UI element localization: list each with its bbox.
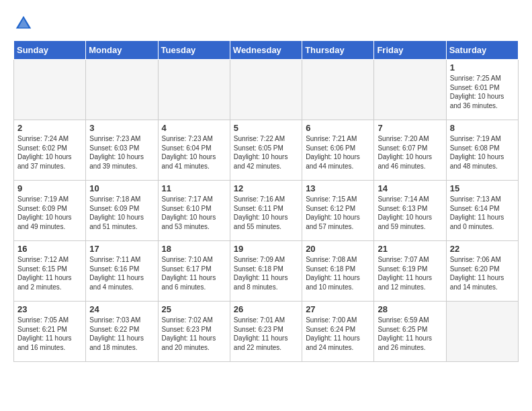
day-number: 12 (234, 183, 298, 193)
day-info: Sunrise: 7:09 AM Sunset: 6:18 PM Dayligh… (234, 255, 298, 291)
day-info: Sunrise: 7:23 AM Sunset: 6:04 PM Dayligh… (162, 134, 226, 171)
day-number: 25 (162, 304, 226, 314)
day-number: 4 (162, 123, 226, 133)
day-number: 15 (450, 183, 515, 193)
calendar-cell: 22Sunrise: 7:06 AM Sunset: 6:20 PM Dayli… (446, 241, 518, 302)
day-number: 26 (234, 304, 298, 314)
calendar-cell: 16Sunrise: 7:12 AM Sunset: 6:15 PM Dayli… (14, 241, 86, 302)
day-info: Sunrise: 7:07 AM Sunset: 6:19 PM Dayligh… (378, 255, 442, 291)
calendar-cell: 9Sunrise: 7:19 AM Sunset: 6:09 PM Daylig… (14, 181, 86, 241)
day-info: Sunrise: 7:18 AM Sunset: 6:09 PM Dayligh… (89, 195, 154, 231)
calendar-cell: 7Sunrise: 7:20 AM Sunset: 6:07 PM Daylig… (374, 120, 446, 181)
calendar-cell: 4Sunrise: 7:23 AM Sunset: 6:04 PM Daylig… (158, 120, 230, 181)
calendar-week-row: 2Sunrise: 7:24 AM Sunset: 6:02 PM Daylig… (14, 120, 519, 181)
day-number: 17 (89, 244, 154, 254)
day-number: 22 (450, 244, 515, 254)
day-info: Sunrise: 7:22 AM Sunset: 6:05 PM Dayligh… (234, 134, 298, 171)
day-number: 11 (162, 183, 226, 193)
calendar-cell: 23Sunrise: 7:05 AM Sunset: 6:21 PM Dayli… (14, 302, 86, 362)
day-info: Sunrise: 7:13 AM Sunset: 6:14 PM Dayligh… (450, 195, 515, 231)
calendar-cell: 2Sunrise: 7:24 AM Sunset: 6:02 PM Daylig… (14, 120, 86, 181)
page-header (13, 13, 519, 34)
calendar-cell: 13Sunrise: 7:15 AM Sunset: 6:12 PM Dayli… (302, 181, 374, 241)
day-number: 6 (306, 123, 370, 133)
day-info: Sunrise: 7:14 AM Sunset: 6:13 PM Dayligh… (378, 195, 442, 231)
calendar-cell (86, 60, 158, 120)
calendar-cell: 1Sunrise: 7:25 AM Sunset: 6:01 PM Daylig… (446, 60, 518, 120)
day-number: 2 (17, 123, 82, 133)
day-info: Sunrise: 7:19 AM Sunset: 6:08 PM Dayligh… (450, 134, 515, 171)
calendar-day-header: Monday (86, 41, 158, 60)
day-info: Sunrise: 7:24 AM Sunset: 6:02 PM Dayligh… (17, 134, 82, 171)
calendar-cell: 3Sunrise: 7:23 AM Sunset: 6:03 PM Daylig… (86, 120, 158, 181)
day-number: 27 (306, 304, 370, 314)
day-number: 7 (378, 123, 442, 133)
day-number: 21 (378, 244, 442, 254)
calendar-week-row: 9Sunrise: 7:19 AM Sunset: 6:09 PM Daylig… (14, 181, 519, 241)
calendar-cell (374, 60, 446, 120)
day-number: 23 (17, 304, 82, 314)
day-number: 14 (378, 183, 442, 193)
day-number: 28 (378, 304, 442, 314)
day-info: Sunrise: 7:06 AM Sunset: 6:20 PM Dayligh… (450, 255, 515, 291)
calendar-cell: 28Sunrise: 6:59 AM Sunset: 6:25 PM Dayli… (374, 302, 446, 362)
calendar-cell (158, 60, 230, 120)
day-info: Sunrise: 7:25 AM Sunset: 6:01 PM Dayligh… (450, 74, 515, 110)
calendar-day-header: Friday (374, 41, 446, 60)
calendar-week-row: 1Sunrise: 7:25 AM Sunset: 6:01 PM Daylig… (14, 60, 519, 120)
day-info: Sunrise: 7:16 AM Sunset: 6:11 PM Dayligh… (234, 195, 298, 231)
day-info: Sunrise: 7:08 AM Sunset: 6:18 PM Dayligh… (306, 255, 370, 291)
day-info: Sunrise: 7:01 AM Sunset: 6:23 PM Dayligh… (234, 316, 298, 352)
calendar-cell: 11Sunrise: 7:17 AM Sunset: 6:10 PM Dayli… (158, 181, 230, 241)
day-info: Sunrise: 7:15 AM Sunset: 6:12 PM Dayligh… (306, 195, 370, 231)
day-number: 13 (306, 183, 370, 193)
calendar-cell (14, 60, 86, 120)
calendar-day-header: Thursday (302, 41, 374, 60)
day-info: Sunrise: 7:12 AM Sunset: 6:15 PM Dayligh… (17, 255, 82, 291)
calendar-cell: 15Sunrise: 7:13 AM Sunset: 6:14 PM Dayli… (446, 181, 518, 241)
calendar-day-header: Wednesday (230, 41, 302, 60)
day-number: 24 (89, 304, 154, 314)
calendar-cell (302, 60, 374, 120)
logo-icon (13, 13, 34, 34)
calendar-cell: 14Sunrise: 7:14 AM Sunset: 6:13 PM Dayli… (374, 181, 446, 241)
day-info: Sunrise: 7:11 AM Sunset: 6:16 PM Dayligh… (89, 255, 154, 291)
calendar-cell (446, 302, 518, 362)
calendar-cell: 19Sunrise: 7:09 AM Sunset: 6:18 PM Dayli… (230, 241, 302, 302)
day-number: 16 (17, 244, 82, 254)
calendar-cell: 8Sunrise: 7:19 AM Sunset: 6:08 PM Daylig… (446, 120, 518, 181)
day-info: Sunrise: 7:03 AM Sunset: 6:22 PM Dayligh… (89, 316, 154, 352)
day-number: 1 (450, 62, 515, 73)
day-info: Sunrise: 7:05 AM Sunset: 6:21 PM Dayligh… (17, 316, 82, 352)
calendar-week-row: 16Sunrise: 7:12 AM Sunset: 6:15 PM Dayli… (14, 241, 519, 302)
day-info: Sunrise: 7:10 AM Sunset: 6:17 PM Dayligh… (162, 255, 226, 291)
day-number: 20 (306, 244, 370, 254)
day-number: 8 (450, 123, 515, 133)
day-info: Sunrise: 7:02 AM Sunset: 6:23 PM Dayligh… (162, 316, 226, 352)
calendar-header-row: SundayMondayTuesdayWednesdayThursdayFrid… (14, 41, 519, 60)
calendar-cell: 25Sunrise: 7:02 AM Sunset: 6:23 PM Dayli… (158, 302, 230, 362)
calendar-cell: 18Sunrise: 7:10 AM Sunset: 6:17 PM Dayli… (158, 241, 230, 302)
day-info: Sunrise: 6:59 AM Sunset: 6:25 PM Dayligh… (378, 316, 442, 352)
calendar-cell: 20Sunrise: 7:08 AM Sunset: 6:18 PM Dayli… (302, 241, 374, 302)
day-info: Sunrise: 7:20 AM Sunset: 6:07 PM Dayligh… (378, 134, 442, 171)
day-info: Sunrise: 7:00 AM Sunset: 6:24 PM Dayligh… (306, 316, 370, 352)
day-number: 5 (234, 123, 298, 133)
day-number: 9 (17, 183, 82, 193)
calendar-day-header: Saturday (446, 41, 518, 60)
day-info: Sunrise: 7:17 AM Sunset: 6:10 PM Dayligh… (162, 195, 226, 231)
calendar-cell: 24Sunrise: 7:03 AM Sunset: 6:22 PM Dayli… (86, 302, 158, 362)
calendar-week-row: 23Sunrise: 7:05 AM Sunset: 6:21 PM Dayli… (14, 302, 519, 362)
calendar-cell: 17Sunrise: 7:11 AM Sunset: 6:16 PM Dayli… (86, 241, 158, 302)
calendar-cell: 27Sunrise: 7:00 AM Sunset: 6:24 PM Dayli… (302, 302, 374, 362)
calendar-cell: 12Sunrise: 7:16 AM Sunset: 6:11 PM Dayli… (230, 181, 302, 241)
calendar-day-header: Tuesday (158, 41, 230, 60)
day-info: Sunrise: 7:19 AM Sunset: 6:09 PM Dayligh… (17, 195, 82, 231)
day-number: 3 (89, 123, 154, 133)
day-number: 18 (162, 244, 226, 254)
calendar-cell (230, 60, 302, 120)
calendar-cell: 21Sunrise: 7:07 AM Sunset: 6:19 PM Dayli… (374, 241, 446, 302)
logo (13, 13, 36, 34)
calendar-cell: 6Sunrise: 7:21 AM Sunset: 6:06 PM Daylig… (302, 120, 374, 181)
calendar-cell: 5Sunrise: 7:22 AM Sunset: 6:05 PM Daylig… (230, 120, 302, 181)
